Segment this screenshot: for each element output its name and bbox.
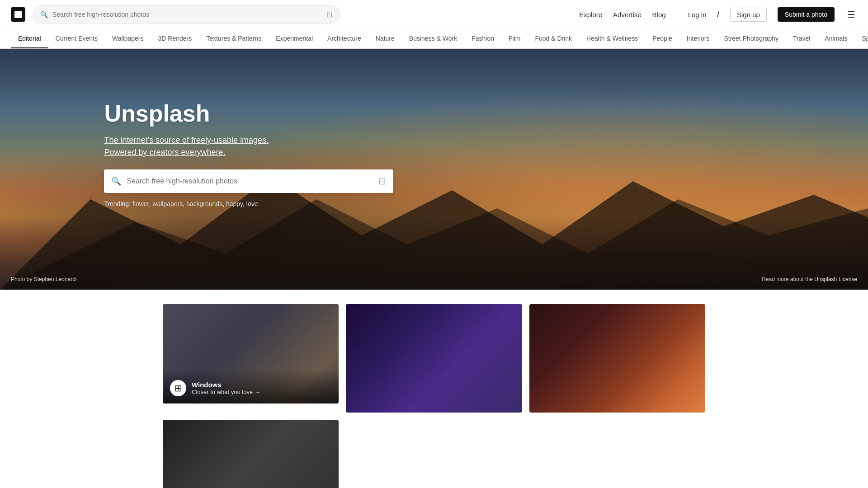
category-item-health-wellness[interactable]: Health & Wellness [579, 29, 645, 48]
category-item-interiors[interactable]: Interiors [679, 29, 717, 48]
ad-text: Windows Closer to what you love → [192, 381, 260, 395]
category-item-business-work[interactable]: Business & Work [402, 29, 464, 48]
header-top: 🔍 ⊡ Explore Advertise Blog Log in / Sign… [0, 0, 868, 29]
category-item-travel[interactable]: Travel [786, 29, 817, 48]
hero-search-input[interactable] [127, 177, 373, 185]
nav-divider [677, 10, 677, 19]
category-item-current-events[interactable]: Current Events [48, 29, 105, 48]
hero-section: Unsplash The internet's source of freely… [0, 46, 868, 290]
category-item-spirituality[interactable]: Spirituality [854, 29, 868, 48]
hero-camera-icon[interactable]: ⊡ [378, 176, 386, 187]
category-item-street-photography[interactable]: Street Photography [717, 29, 786, 48]
trending-label: Trending: [104, 200, 131, 207]
hero-content: Unsplash The internet's source of freely… [0, 46, 307, 207]
hamburger-menu-button[interactable]: ☰ [845, 7, 857, 22]
license-link[interactable]: Unsplash License [814, 276, 857, 282]
hero-subtitle-link[interactable]: freely-usable images. [191, 136, 269, 145]
site-logo[interactable] [11, 7, 25, 22]
category-item-wallpapers[interactable]: Wallpapers [105, 29, 151, 48]
category-item-film[interactable]: Film [501, 29, 528, 48]
photo-card-ad[interactable]: ⊞ Windows Closer to what you love → [163, 304, 339, 404]
logo-mark [14, 11, 22, 18]
site-header: 🔍 ⊡ Explore Advertise Blog Log in / Sign… [0, 0, 868, 49]
search-icon: 🔍 [40, 11, 48, 18]
trending-link-flower[interactable]: flower [132, 200, 149, 207]
category-item-people[interactable]: People [645, 29, 679, 48]
camera-search-icon[interactable]: ⊡ [326, 10, 332, 19]
category-item-nature[interactable]: Nature [368, 29, 402, 48]
photo-card-orange[interactable] [529, 304, 705, 413]
category-item-3d-renders[interactable]: 3D Renders [151, 29, 199, 48]
photos-section: ⊞ Windows Closer to what you love → [108, 290, 760, 488]
header-nav: Explore Advertise Blog Log in / Sign up … [579, 7, 857, 22]
trending-links: flower, wallpapers, backgrounds, happy, … [132, 200, 258, 207]
category-item-food-drink[interactable]: Food & Drink [528, 29, 579, 48]
category-nav: EditorialCurrent EventsWallpapers3D Rend… [0, 29, 868, 48]
hero-search-icon: 🔍 [111, 176, 121, 186]
trending-link-backgrounds[interactable]: backgrounds [186, 200, 222, 207]
ad-title: Windows [192, 381, 260, 389]
windows-logo-icon: ⊞ [170, 380, 186, 396]
hero-subtitle: The internet's source of freely-usable i… [104, 134, 269, 159]
login-button[interactable]: Log in [688, 11, 707, 19]
hero-title: Unsplash [104, 100, 210, 127]
photos-grid: ⊞ Windows Closer to what you love → [163, 304, 705, 488]
hero-search-bar[interactable]: 🔍 ⊡ [104, 169, 393, 193]
hero-footer: Photo by Stephen Leonardi Read more abou… [0, 276, 868, 282]
category-item-animals[interactable]: Animals [817, 29, 854, 48]
photo-card-dark[interactable] [163, 420, 339, 488]
hero-subtitle-plain: The internet's source of [104, 136, 191, 145]
photographer-link[interactable]: Stephen Leonardi [34, 276, 77, 282]
nav-slash: / [717, 10, 719, 19]
nav-blog[interactable]: Blog [652, 11, 666, 19]
header-search-bar[interactable]: 🔍 ⊡ [33, 5, 340, 23]
submit-photo-button[interactable]: Submit a photo [778, 7, 835, 22]
category-item-fashion[interactable]: Fashion [464, 29, 501, 48]
hero-subtitle-end: Powered by creators everywhere. [104, 148, 225, 157]
nav-advertise[interactable]: Advertise [613, 11, 642, 19]
ad-arrow-icon: → [255, 389, 260, 395]
category-item-editorial[interactable]: Editorial [11, 29, 48, 48]
category-item-textures-patterns[interactable]: Textures & Patterns [199, 29, 269, 48]
header-search-input[interactable] [52, 11, 322, 18]
category-item-experimental[interactable]: Experimental [269, 29, 320, 48]
trending-link-wallpapers[interactable]: wallpapers [152, 200, 183, 207]
trending-link-love[interactable]: love [246, 200, 258, 207]
license-section: Read more about the Unsplash License [762, 276, 857, 282]
trending-link-happy[interactable]: happy [226, 200, 243, 207]
photo-credit: Photo by Stephen Leonardi [11, 276, 76, 282]
trending-section: Trending: flower, wallpapers, background… [104, 200, 258, 207]
photo-card-purple[interactable] [346, 304, 522, 413]
signup-button[interactable]: Sign up [730, 8, 767, 22]
ad-subtitle[interactable]: Closer to what you love → [192, 389, 260, 395]
category-item-architecture[interactable]: Architecture [320, 29, 368, 48]
nav-explore[interactable]: Explore [579, 11, 602, 19]
ad-overlay: ⊞ Windows Closer to what you love → [163, 369, 339, 404]
